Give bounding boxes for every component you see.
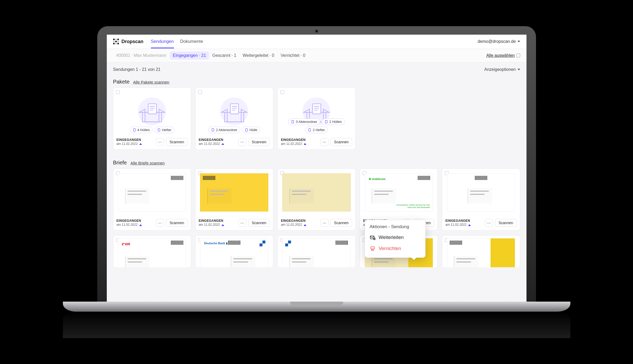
letter-card[interactable]: [278, 235, 355, 267]
envelope-preview: Deutsche Bank ▮: [196, 236, 273, 267]
section-pakete-title: Pakete: [113, 79, 130, 85]
filter-scanned[interactable]: Gescannt · 1: [209, 52, 239, 59]
nav-tabs: Sendungen Dokumente: [151, 35, 203, 48]
popover-forward[interactable]: Weiterleiten: [365, 232, 425, 243]
brand-name: Dropscan: [122, 39, 144, 44]
popover-title: Aktionen - Sendung: [365, 223, 425, 232]
card-scan-button[interactable]: Scannen: [248, 219, 270, 227]
package-tag: Hefter: [154, 127, 174, 133]
section-briefe-title: Briefe: [113, 160, 127, 166]
triangle-up-icon: [304, 143, 306, 145]
filter-destroyed[interactable]: Vernichtet · 0: [278, 52, 308, 59]
letter-card[interactable]: EINGEGANGEN am 11.02.2022 ··· Scannen: [442, 168, 520, 231]
envelope-preview: e·on: [113, 236, 191, 267]
actions-popover: Aktionen - Sendung Weiterleiten Vernicht…: [365, 220, 426, 258]
select-all[interactable]: Alle auswählen: [486, 53, 520, 58]
package-icon: [136, 95, 168, 128]
letter-card[interactable]: [442, 235, 520, 267]
card-date: am 11.02.2022: [117, 142, 138, 146]
card-more-button[interactable]: ···: [156, 219, 164, 227]
card-scan-button[interactable]: Scannen: [166, 219, 187, 227]
card-more-button[interactable]: ···: [321, 219, 329, 227]
checkbox-icon: [516, 54, 520, 57]
card-status: EINGEGANGEN: [199, 138, 224, 142]
select-all-label: Alle auswählen: [486, 53, 515, 58]
filter-incoming[interactable]: Eingegangen · 21: [170, 52, 209, 59]
popover-forward-label: Weiterleiten: [379, 235, 404, 240]
display-options[interactable]: Anzeigeoptionen: [484, 67, 520, 72]
app-screen: Dropscan Sendungen Dokumente demo@dropsc…: [107, 35, 526, 302]
card-preview: 4 Hüllen Hefter: [113, 88, 191, 135]
card-date: am 11.02.2022: [281, 223, 302, 227]
card-more-button[interactable]: ···: [485, 219, 493, 227]
package-tag: 2 Hüllen: [322, 118, 345, 125]
package-tag: 2 Hefter: [305, 127, 328, 133]
svg-rect-7: [158, 128, 160, 131]
package-tag: 4 Hüllen: [130, 127, 153, 133]
filter-bar: #00001 · Max Mustermann Eingegangen · 21…: [107, 49, 526, 62]
svg-rect-6: [133, 128, 135, 131]
svg-rect-14: [212, 128, 214, 131]
brand-logo-icon: [113, 39, 119, 44]
card-more-button[interactable]: ···: [321, 138, 329, 146]
camera-dot: [315, 30, 318, 33]
letters-grid-row2: e·on Deutsche Bank ▮: [107, 235, 526, 272]
package-card[interactable]: 2 Aktenordner Hülle EINGEGANGEN am 11.02…: [195, 87, 273, 150]
envelope-preview: [113, 169, 191, 216]
card-scan-button[interactable]: Scannen: [166, 138, 187, 146]
scan-all-pakete-link[interactable]: Alle Pakete scannen: [133, 80, 169, 84]
letter-card[interactable]: EINGEGANGEN am 11.02.2022 ··· Scannen: [278, 168, 355, 231]
section-briefe-head: Briefe Alle Briefe scannen: [107, 154, 526, 168]
filter-forwarded[interactable]: Weitergeleitet · 0: [239, 52, 278, 59]
svg-rect-2: [148, 104, 156, 114]
nav-tab-sendungen[interactable]: Sendungen: [151, 35, 174, 48]
card-scan-button[interactable]: Scannen: [248, 138, 270, 146]
svg-rect-23: [325, 120, 327, 123]
scanbox-crumb[interactable]: #00001 · Max Mustermann: [113, 52, 170, 59]
card-more-button[interactable]: ···: [238, 219, 246, 227]
letters-grid-row1: EINGEGANGEN am 11.02.2022 ··· Scannen: [107, 168, 526, 235]
letter-card[interactable]: Deutsche Bank ▮: [195, 235, 273, 267]
card-scan-button[interactable]: Scannen: [331, 138, 352, 146]
package-tag: 3 Aktenordner: [288, 118, 320, 125]
svg-rect-15: [246, 128, 248, 131]
package-icon: [218, 95, 250, 128]
package-card[interactable]: 3 Aktenordner 2 Hüllen 2 Hefter EINGEGAN…: [278, 87, 355, 150]
scan-all-briefe-link[interactable]: Alle Briefe scannen: [131, 161, 165, 165]
card-date: am 11.02.2022: [445, 223, 466, 227]
package-tag: Hülle: [242, 127, 260, 133]
brand[interactable]: Dropscan: [113, 39, 144, 44]
card-status: EINGEGANGEN: [117, 219, 142, 223]
card-status: EINGEGANGEN: [281, 219, 306, 223]
envelope-preview: [196, 169, 273, 216]
letter-card[interactable]: EINGEGANGEN am 11.02.2022 ··· Scannen: [195, 168, 273, 231]
user-email: demo@dropscan.de: [478, 39, 516, 44]
card-scan-button[interactable]: Scannen: [495, 219, 516, 227]
letter-card[interactable]: e·on: [113, 235, 191, 267]
caret-down-icon: [518, 69, 520, 70]
section-pakete-head: Pakete Alle Pakete scannen: [107, 73, 526, 87]
top-nav: Dropscan Sendungen Dokumente demo@dropsc…: [107, 35, 526, 49]
card-scan-button[interactable]: Scannen: [331, 219, 352, 227]
card-more-button[interactable]: ···: [238, 138, 246, 146]
card-status: EINGEGANGEN: [117, 138, 142, 142]
laptop-base: [63, 302, 570, 312]
envelope-preview: [442, 169, 520, 216]
range-label: Sendungen 1 - 21 von 21: [113, 67, 161, 72]
triangle-up-icon: [221, 143, 224, 145]
popover-destroy[interactable]: Vernichten: [365, 243, 425, 254]
card-more-button[interactable]: ···: [156, 138, 164, 146]
letter-card[interactable]: EINGEGANGEN am 11.02.2022 ··· Scannen: [113, 168, 191, 231]
popover-destroy-label: Vernichten: [379, 246, 401, 251]
triangle-up-icon: [468, 224, 471, 226]
svg-rect-18: [313, 104, 321, 114]
triangle-up-icon: [221, 224, 224, 226]
triangle-up-icon: [139, 224, 142, 226]
user-menu[interactable]: demo@dropscan.de: [478, 39, 520, 44]
laptop-reflection: [63, 312, 570, 338]
triangle-up-icon: [139, 143, 142, 145]
nav-tab-dokumente[interactable]: Dokumente: [180, 35, 203, 48]
package-card[interactable]: 4 Hüllen Hefter EINGEGANGEN am 11.02.202…: [113, 87, 191, 150]
card-status: EINGEGANGEN: [281, 138, 306, 142]
envelope-preview: [278, 169, 355, 216]
